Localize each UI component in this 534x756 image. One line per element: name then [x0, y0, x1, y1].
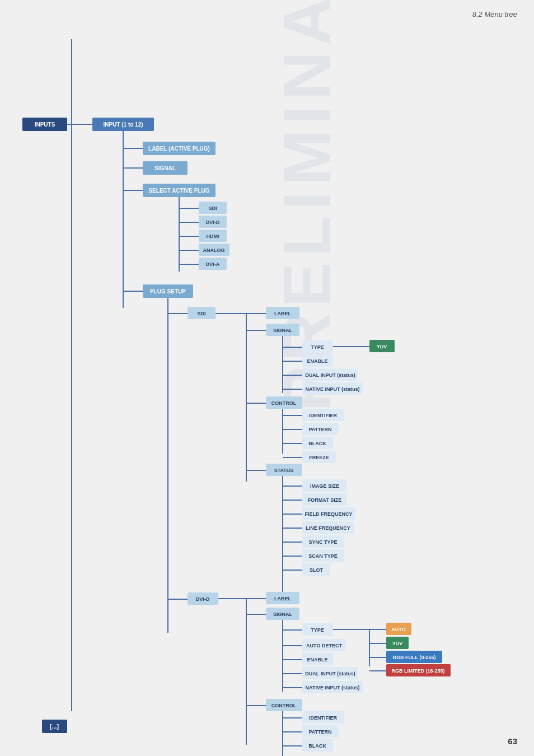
- dvid-dual-input: DUAL INPUT (status): [305, 671, 355, 676]
- dvid-enable: ENABLE: [307, 657, 327, 662]
- select-active-plug: SELECT ACTIVE PLUG: [148, 188, 209, 194]
- sdi-status: STATUS: [274, 468, 294, 473]
- sdi-identifier: IDENTIFIER: [309, 413, 338, 418]
- auto-detect: AUTO DETECT: [306, 643, 342, 648]
- sdi-label: LABEL: [274, 311, 291, 316]
- dvid-signal: SIGNAL: [273, 612, 293, 617]
- yuv-badge: YUV: [377, 344, 387, 349]
- dvid-control: CONTROL: [271, 703, 297, 708]
- rgb-full-badge: RGB FULL (0-255): [393, 655, 436, 660]
- auto-badge: AUTO: [391, 627, 405, 632]
- sdi-option: SDI: [208, 206, 217, 211]
- input-label: INPUT (1 to 12): [103, 122, 143, 128]
- image-size: IMAGE SIZE: [310, 483, 339, 489]
- sdi-black: BLACK: [308, 441, 326, 446]
- yuv-badge2: YUV: [392, 641, 403, 646]
- dvia-option: DVI-A: [206, 262, 220, 267]
- dvid-identifier: IDENTIFIER: [309, 715, 338, 721]
- dvid-option: DVI-D: [206, 220, 220, 225]
- sync-type: SYNC TYPE: [308, 539, 337, 545]
- sdi-native-input: NATIVE INPUT (status): [306, 386, 360, 392]
- field-frequency: FIELD FREQUENCY: [305, 511, 352, 517]
- hdmi-option: HDMI: [207, 234, 219, 239]
- sdi-control: CONTROL: [271, 400, 297, 406]
- sdi-freeze: FREEZE: [309, 455, 329, 460]
- line-frequency: LINE FREQUENCY: [306, 525, 350, 531]
- sdi-plug: SDI: [197, 311, 205, 316]
- format-size: FORMAT SIZE: [308, 497, 341, 503]
- page-header: 8.2 Menu tree: [472, 10, 517, 18]
- sdi-pattern: PATTERN: [308, 427, 331, 432]
- dvid-type: TYPE: [311, 627, 324, 633]
- dvid-plug: DVI-D: [196, 596, 210, 602]
- dvid-black: BLACK: [308, 743, 326, 749]
- sdi-signal: SIGNAL: [273, 328, 293, 333]
- ellipsis-label: [...]: [50, 723, 59, 730]
- label-active-plug: LABEL (ACTIVE PLUG): [148, 146, 210, 152]
- sdi-dual-input: DUAL INPUT (status): [305, 372, 355, 378]
- scan-type: SCAN TYPE: [308, 553, 338, 559]
- header-title: 8.2 Menu tree: [472, 10, 517, 18]
- slot: SLOT: [310, 567, 324, 573]
- sdi-type: TYPE: [311, 344, 324, 350]
- signal-node: SIGNAL: [154, 165, 176, 171]
- dvid-native-input: NATIVE INPUT (status): [306, 685, 360, 690]
- analog-option: ANALOG: [203, 248, 225, 253]
- inputs-label: INPUTS: [35, 122, 55, 128]
- dvid-pattern: PATTERN: [308, 729, 331, 735]
- rgb-limited-badge: RGB LIMITED (16-255): [391, 668, 444, 674]
- plug-setup: PLUG SETUP: [150, 288, 186, 295]
- dvid-label: LABEL: [274, 596, 291, 601]
- menu-tree-diagram: INPUTS INPUT (1 to 12) LABEL (ACTIVE PLU…: [11, 39, 526, 756]
- sdi-enable: ENABLE: [307, 358, 327, 364]
